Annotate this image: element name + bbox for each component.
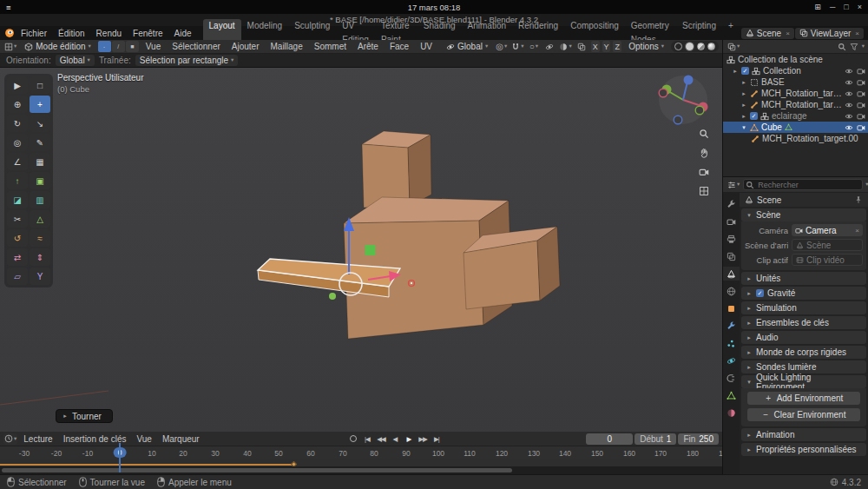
tab-tool[interactable] — [723, 197, 740, 211]
workspaces-icon[interactable]: ⊞ — [814, 3, 821, 11]
tool-spin[interactable]: ↺ — [7, 229, 28, 247]
menu-marqueur[interactable]: Marque​ur — [158, 434, 204, 444]
camera-restrict-icon[interactable] — [857, 89, 865, 98]
outliner-filter-dropdown-icon[interactable]: ▾ — [862, 43, 865, 50]
tool-bevel[interactable]: ◪ — [7, 191, 28, 208]
mode-dropdown[interactable]: Mode édition ▾ — [20, 41, 95, 52]
section-animation[interactable]: ▸Animation — [741, 428, 866, 441]
expand-icon[interactable]: ▸ — [740, 102, 747, 109]
tool-measure[interactable]: ∠ — [7, 153, 28, 170]
jump-start-button[interactable]: |◀ — [361, 433, 373, 445]
tool-rip-region[interactable]: Y — [30, 268, 50, 285]
shading-material-icon[interactable] — [697, 43, 705, 50]
axis-z-negative[interactable] — [674, 116, 682, 124]
tool-extrude-region[interactable]: ↑ — [7, 172, 28, 189]
tab-object-data[interactable] — [723, 388, 740, 402]
shading-solid-icon[interactable] — [686, 43, 694, 50]
section-proprietes-personnalisees[interactable]: ▸Propriétés personnalisées — [741, 443, 866, 456]
transform-orientation-dropdown[interactable]: Global ▾ — [442, 41, 492, 52]
menu-vue[interactable]: Vue — [141, 42, 165, 51]
section-quick-lighting-environment[interactable]: ▾Quick Lighting Environment — [741, 375, 866, 388]
last-operator-panel[interactable]: ▸ Tourner — [56, 409, 113, 423]
tool-move[interactable]: + — [30, 96, 50, 113]
camera-unlink-icon[interactable]: × — [855, 227, 859, 235]
tool-inset-faces[interactable]: ▣ — [30, 172, 50, 189]
outliner-row-cube[interactable]: ▾ Cube — [723, 122, 868, 133]
pivot-point-dropdown[interactable]: ◎▾ — [495, 41, 508, 52]
tool-smooth[interactable]: ≈ — [30, 229, 50, 247]
menu-fenetre[interactable]: Fenêtre — [128, 27, 168, 40]
timeline-editor-dropdown[interactable]: ▾ — [3, 433, 17, 445]
zoom-button[interactable] — [695, 125, 713, 142]
prev-keyframe-button[interactable]: ◀◀ — [375, 433, 387, 445]
shading-rendered-icon[interactable] — [707, 43, 715, 50]
vertex-select-mode[interactable]: ∙ — [98, 41, 111, 52]
tool-add-cube[interactable]: ▦ — [30, 153, 50, 170]
tool-knife[interactable]: ✂ — [7, 210, 28, 228]
expand-icon[interactable]: ▸ — [740, 90, 747, 97]
proportional-editing-toggle[interactable]: ○▾ — [527, 41, 540, 52]
camera-view-button[interactable] — [695, 163, 713, 181]
menu-rendu[interactable]: Rendu — [91, 27, 127, 40]
gizmo-y-handle[interactable] — [365, 245, 376, 255]
tool-tweak[interactable]: ▶ — [7, 76, 28, 94]
eye-icon[interactable] — [845, 101, 853, 109]
tool-annotate[interactable]: ✎ — [30, 134, 50, 151]
play-button[interactable]: ▶ — [403, 433, 415, 445]
tool-poly-build[interactable]: △ — [30, 210, 50, 228]
scene-unlink-icon[interactable]: × — [786, 30, 790, 37]
camera-restrict-icon[interactable] — [857, 123, 865, 132]
tab-object[interactable] — [723, 301, 740, 315]
options-dropdown[interactable]: Options▾ — [624, 41, 668, 52]
tool-select-box[interactable]: □ — [30, 76, 50, 94]
current-frame-field[interactable]: 0 — [586, 433, 633, 445]
camera-field[interactable]: Camera × — [792, 224, 863, 236]
eye-icon[interactable] — [845, 112, 853, 121]
outliner-row-scene-collection[interactable]: Collection de la scène — [723, 54, 868, 65]
outliner-row-base[interactable]: ▸ BASE — [723, 76, 868, 88]
expand-icon[interactable]: ▸ — [740, 113, 747, 120]
drag-mode-dropdown[interactable]: Sélection par rectangle▾ — [135, 55, 239, 66]
blender-logo-icon[interactable] — [4, 28, 15, 38]
tool-scale[interactable]: ↘ — [30, 115, 50, 132]
tab-world[interactable] — [723, 284, 740, 298]
maximize-button[interactable]: □ — [844, 3, 848, 11]
face-select-mode[interactable]: ■ — [126, 41, 139, 52]
mirror-x-toggle[interactable]: X — [591, 41, 600, 52]
clear-environment-button[interactable]: −Clear Environment — [747, 408, 860, 421]
expand-icon[interactable]: ▸ — [732, 68, 739, 75]
tab-particles[interactable] — [723, 336, 740, 350]
menu-lecture[interactable]: Lecture — [19, 434, 56, 444]
add-environment-button[interactable]: +Add Environment — [747, 392, 860, 405]
camera-restrict-icon[interactable] — [857, 101, 865, 109]
auto-keyframe-toggle[interactable] — [350, 435, 357, 442]
eye-icon[interactable] — [845, 89, 853, 98]
axis-z-positive[interactable] — [684, 76, 694, 85]
menu-sommet[interactable]: Sommet — [310, 42, 351, 51]
play-reverse-button[interactable]: ◀ — [389, 433, 401, 445]
menu-arete[interactable]: Arête — [353, 42, 383, 51]
section-ensembles-de-cles[interactable]: ▸Ensembles de clés — [741, 316, 866, 329]
menu-insertion-de-cles[interactable]: Insertion de clés — [59, 434, 131, 444]
active-clip-field[interactable]: Clip vidéo — [792, 254, 863, 266]
viewport-3d[interactable]: ▶ □ ⊕ + ↻ ↘ ◎ ✎ ∠ ▦ ↑ ▣ ◪ ▥ ✂ △ ↺ ≈ ⇄ ⇕ … — [0, 68, 722, 432]
system-menu-icon[interactable]: ≡ — [6, 3, 11, 12]
gizmo-y-dot[interactable] — [329, 293, 336, 300]
tool-transform[interactable]: ◎ — [7, 134, 28, 151]
outliner-editor-dropdown[interactable]: ▾ — [727, 41, 740, 52]
background-scene-field[interactable]: Scène — [792, 239, 863, 251]
section-scene[interactable]: ▾ Scène — [741, 208, 866, 221]
outliner-row-mch-rotation-target-2[interactable]: ▸ MCH_Rotation_target — [723, 99, 868, 110]
menu-selectionner[interactable]: Sélectionner — [168, 42, 225, 51]
tool-shrink-fatten[interactable]: ⇕ — [30, 248, 50, 266]
expand-icon[interactable]: ▸ — [740, 79, 747, 86]
collection-checkbox[interactable]: ✓ — [750, 112, 758, 120]
eye-icon[interactable] — [845, 78, 853, 87]
mirror-z-toggle[interactable]: Z — [613, 41, 621, 52]
outliner-row-mch-rotation-target-1[interactable]: ▸ MCH_Rotation_target — [723, 88, 868, 99]
viewlayer-selector[interactable]: ViewLayer × — [795, 28, 864, 39]
tool-edge-slide[interactable]: ⇄ — [7, 248, 28, 266]
mirror-y-toggle[interactable]: Y — [602, 41, 611, 52]
viewlayer-unlink-icon[interactable]: × — [855, 30, 859, 37]
snap-toggle[interactable]: ▾ — [510, 41, 524, 52]
